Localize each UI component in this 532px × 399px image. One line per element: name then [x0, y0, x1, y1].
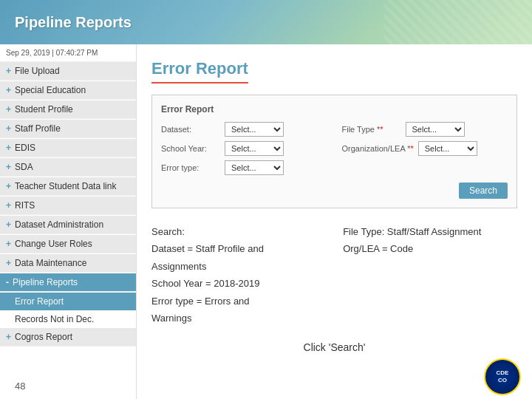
- sidebar-item-label: Records Not in Dec.: [15, 314, 94, 324]
- plus-icon: +: [6, 85, 11, 95]
- error-report-heading: Error Report: [151, 59, 248, 83]
- plus-icon: +: [6, 219, 11, 230]
- plus-icon: +: [6, 332, 11, 342]
- header-decoration: [384, 0, 532, 44]
- sidebar-item-label: Change User Roles: [15, 239, 92, 249]
- org-lea-select[interactable]: Selct...: [418, 141, 477, 156]
- school-year-label: School Year:: [161, 144, 220, 153]
- main-layout: Sep 29, 2019 | 07:40:27 PM + File Upload…: [0, 44, 532, 399]
- sidebar-item-label: Staff Profile: [15, 123, 61, 134]
- plus-icon: +: [6, 66, 11, 76]
- page-number: 48: [15, 381, 25, 392]
- page-title: Pipeline Reports: [15, 14, 132, 31]
- file-type-select[interactable]: Selct...: [406, 122, 465, 137]
- sidebar-item-dataset-admin[interactable]: + Dataset Administration: [0, 216, 136, 234]
- org-lea-label: Organization/LEA **: [342, 144, 414, 153]
- sidebar-item-label: File Upload: [15, 66, 60, 76]
- search-form: Dataset: Selct... File Type ** Selct... …: [161, 122, 508, 175]
- minus-icon: -: [6, 277, 9, 287]
- search-button[interactable]: Search: [459, 183, 508, 199]
- sidebar-item-label: Cogros Report: [15, 332, 72, 342]
- sidebar-item-file-upload[interactable]: + File Upload: [0, 62, 136, 81]
- sidebar-item-edis[interactable]: + EDIS: [0, 139, 136, 157]
- plus-icon: +: [6, 200, 11, 211]
- sidebar-item-label: RITS: [15, 200, 35, 211]
- sidebar-item-label: Data Maintenance: [15, 258, 86, 268]
- sidebar-item-label: SDA: [15, 162, 33, 172]
- sidebar-item-label: Pipeline Reports: [13, 277, 78, 287]
- school-year-select[interactable]: Selct...: [225, 141, 284, 156]
- desc-line-1: Dataset = Staff Profile and Assignments: [151, 240, 291, 275]
- desc-heading: Search:: [151, 223, 291, 240]
- sidebar-item-label: Error Report: [15, 296, 64, 307]
- sidebar-item-label: Teacher Student Data link: [15, 181, 116, 191]
- sidebar-item-cogros-report[interactable]: + Cogros Report: [0, 328, 136, 347]
- file-type-block: File Type: Staff/Staff Assignment Org/LE…: [343, 223, 517, 327]
- file-type-label: File Type **: [342, 125, 401, 134]
- file-type-line-2: Org/LEA = Code: [343, 243, 413, 254]
- search-btn-row: Search: [161, 183, 508, 199]
- sidebar-item-special-education[interactable]: + Special Education: [0, 81, 136, 100]
- plus-icon: +: [6, 162, 11, 172]
- sidebar-item-records-not-in-dec[interactable]: Records Not in Dec.: [0, 310, 136, 328]
- school-year-row: School Year: Selct...: [161, 141, 327, 156]
- sidebar-item-rits[interactable]: + RITS: [0, 197, 136, 215]
- plus-icon: +: [6, 258, 11, 268]
- description-block: Search: Dataset = Staff Profile and Assi…: [151, 223, 291, 327]
- plus-icon: +: [6, 239, 11, 249]
- sidebar-item-change-user-roles[interactable]: + Change User Roles: [0, 235, 136, 253]
- sidebar-item-label: Student Profile: [15, 104, 73, 115]
- sidebar-item-sda[interactable]: + SDA: [0, 158, 136, 177]
- sidebar-item-data-maintenance[interactable]: + Data Maintenance: [0, 254, 136, 273]
- description-section: Search: Dataset = Staff Profile and Assi…: [151, 223, 517, 327]
- sidebar-item-staff-profile[interactable]: + Staff Profile: [0, 120, 136, 138]
- page-header: Pipeline Reports: [0, 0, 532, 44]
- sidebar-timestamp: Sep 29, 2019 | 07:40:27 PM: [0, 44, 136, 62]
- error-report-box: Error Report Dataset: Selct... File Type…: [151, 95, 517, 208]
- sidebar-item-label: Special Education: [15, 85, 86, 95]
- org-lea-row: Organization/LEA ** Selct...: [342, 141, 508, 156]
- click-search-instruction: Click 'Search': [151, 341, 517, 353]
- sidebar-item-label: EDIS: [15, 143, 35, 153]
- file-type-row: File Type ** Selct...: [342, 122, 508, 137]
- content-area: Error Report Error Report Dataset: Selct…: [137, 44, 532, 399]
- desc-line-3: Error type = Errors and Warnings: [151, 293, 291, 327]
- error-type-select[interactable]: Selct...: [225, 160, 284, 175]
- sidebar: Sep 29, 2019 | 07:40:27 PM + File Upload…: [0, 44, 137, 399]
- plus-icon: +: [6, 181, 11, 191]
- cde-logo-inner: CDECO: [484, 358, 521, 395]
- sidebar-item-student-profile[interactable]: + Student Profile: [0, 100, 136, 119]
- error-report-box-title: Error Report: [161, 104, 508, 115]
- dataset-label: Dataset:: [161, 125, 220, 134]
- plus-icon: +: [6, 104, 11, 115]
- dataset-select[interactable]: Selct...: [225, 122, 284, 137]
- plus-icon: +: [6, 123, 11, 134]
- sidebar-item-label: Dataset Administration: [15, 219, 103, 230]
- file-type-line-1: File Type: Staff/Staff Assignment: [343, 226, 481, 237]
- cde-logo: CDECO: [484, 358, 521, 395]
- sidebar-item-error-report[interactable]: Error Report: [0, 293, 136, 310]
- sidebar-item-pipeline-reports[interactable]: - Pipeline Reports: [0, 273, 136, 292]
- sidebar-item-teacher-student[interactable]: + Teacher Student Data link: [0, 177, 136, 196]
- plus-icon: +: [6, 143, 11, 153]
- dataset-row: Dataset: Selct...: [161, 122, 327, 137]
- error-type-label: Error type:: [161, 163, 220, 172]
- error-type-row: Error type: Selct...: [161, 160, 327, 175]
- desc-line-2: School Year = 2018-2019: [151, 275, 291, 292]
- cde-logo-text: CDECO: [497, 369, 509, 383]
